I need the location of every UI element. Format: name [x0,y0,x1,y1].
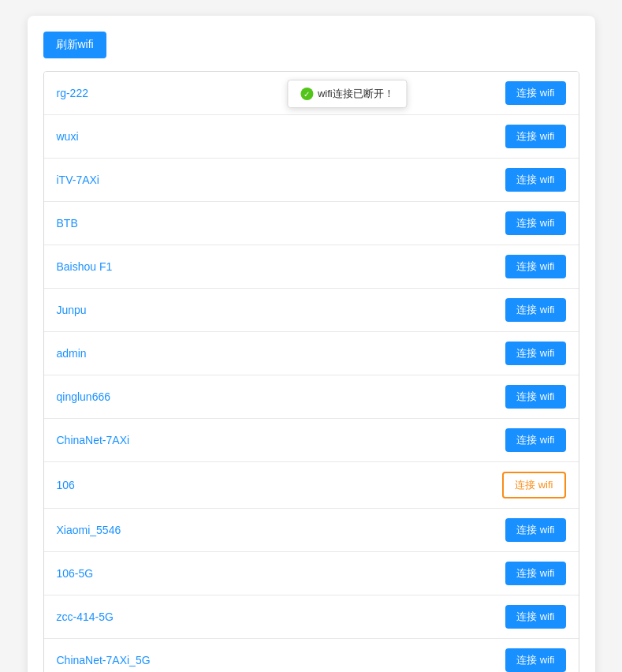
wifi-list: rg-222wifi连接已断开！连接 wifiwuxi连接 wifiiTV-7A… [43,71,579,672]
refresh-button[interactable]: 刷新wifi [43,32,106,58]
wifi-name: zcc-414-5G [57,610,114,623]
connect-wifi-button[interactable]: 连接 wifi [505,385,565,409]
wifi-name: Xiaomi_5546 [57,524,121,536]
connect-wifi-button[interactable]: 连接 wifi [505,298,565,322]
wifi-row: 106-5G连接 wifi [44,552,579,595]
connect-wifi-button[interactable]: 连接 wifi [505,605,565,629]
wifi-name: BTB [57,217,78,230]
wifi-name: ChinaNet-7AXi_5G [57,654,151,666]
wifi-name: Junpu [57,304,87,316]
wifi-row: Junpu连接 wifi [44,289,579,332]
wifi-row: admin连接 wifi [44,332,579,375]
connect-wifi-button[interactable]: 连接 wifi [505,342,565,365]
connect-wifi-button[interactable]: 连接 wifi [505,168,565,192]
toast-message: wifi连接已断开！ [318,87,394,101]
main-panel: 刷新wifi rg-222wifi连接已断开！连接 wifiwuxi连接 wif… [28,16,595,672]
wifi-row: BTB连接 wifi [44,202,579,245]
wifi-name: iTV-7AXi [57,174,99,186]
wifi-row: zcc-414-5G连接 wifi [44,595,579,639]
wifi-row: Baishou F1连接 wifi [44,245,579,289]
wifi-row: 106连接 wifi [44,462,579,509]
wifi-name: 106 [57,479,75,491]
connect-wifi-button[interactable]: 连接 wifi [505,518,565,542]
wifi-row: Xiaomi_5546连接 wifi [44,509,579,552]
connect-wifi-button[interactable]: 连接 wifi [505,428,565,452]
wifi-row: rg-222wifi连接已断开！连接 wifi [44,72,579,115]
wifi-name: 106-5G [57,567,94,580]
connect-wifi-button[interactable]: 连接 wifi [502,472,565,498]
toast-check-icon [300,88,313,100]
wifi-row: qinglun666连接 wifi [44,375,579,419]
wifi-row: iTV-7AXi连接 wifi [44,159,579,202]
wifi-row: ChinaNet-7AXi_5G连接 wifi [44,639,579,672]
connect-wifi-button[interactable]: 连接 wifi [505,648,565,672]
wifi-name: wuxi [57,130,79,143]
connect-wifi-button[interactable]: 连接 wifi [505,255,565,278]
connect-wifi-button[interactable]: 连接 wifi [505,125,565,148]
wifi-name: qinglun666 [57,390,111,403]
wifi-name: Baishou F1 [57,260,113,273]
wifi-name: admin [57,347,87,360]
toast-notification: wifi连接已断开！ [287,80,408,108]
connect-wifi-button[interactable]: 连接 wifi [505,211,565,235]
wifi-name: ChinaNet-7AXi [57,434,130,446]
connect-wifi-button[interactable]: 连接 wifi [505,81,565,105]
connect-wifi-button[interactable]: 连接 wifi [505,562,565,585]
wifi-row: wuxi连接 wifi [44,115,579,159]
wifi-row: ChinaNet-7AXi连接 wifi [44,419,579,462]
wifi-name: rg-222 [57,87,88,99]
